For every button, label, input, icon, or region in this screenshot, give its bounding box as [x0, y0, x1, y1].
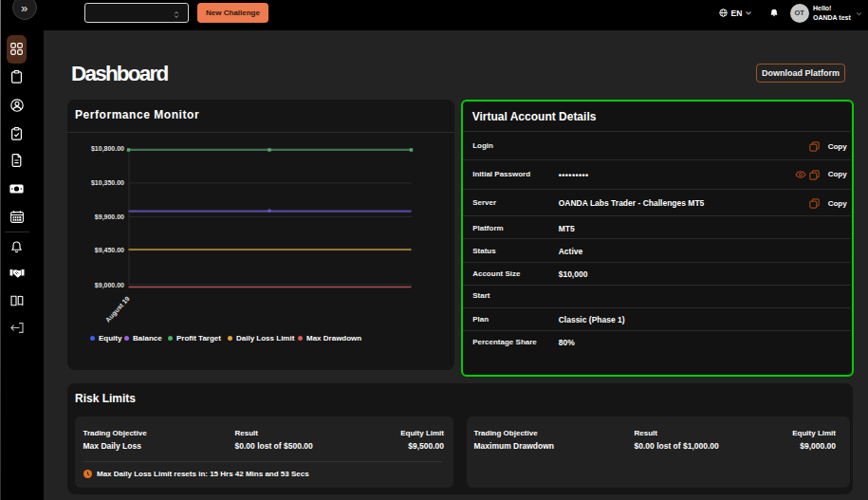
svg-text:August 19: August 19 — [104, 294, 132, 324]
svg-text:$9,900.00: $9,900.00 — [95, 213, 124, 220]
svg-text:$10,350.00: $10,350.00 — [91, 179, 124, 187]
svg-text:$9,450.00: $9,450.00 — [95, 247, 124, 254]
svg-text:$10,800.00: $10,800.00 — [91, 145, 124, 153]
svg-text:$9,000.00: $9,000.00 — [95, 281, 124, 288]
